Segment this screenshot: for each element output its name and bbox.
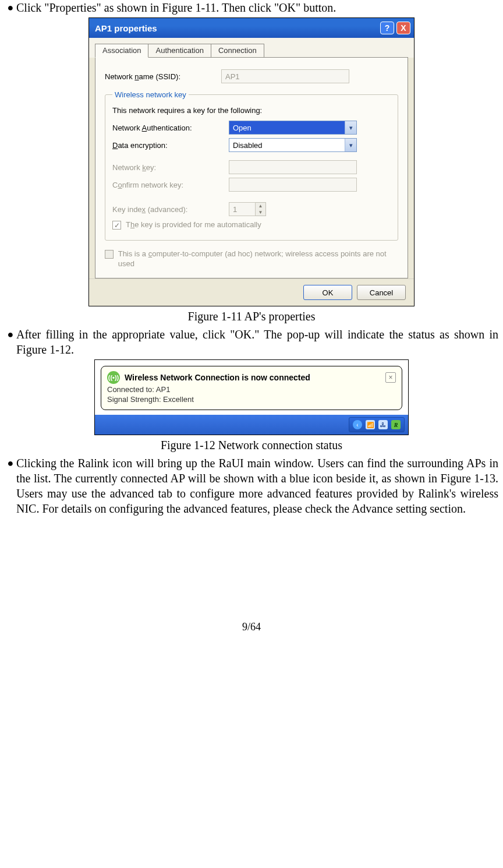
instruction-text-2: After filling in the appropriate value, … — [16, 327, 498, 357]
bullet-icon: ● — [5, 327, 16, 342]
key-index-spinner: ▲▼ — [256, 202, 266, 216]
network-key-label: Network key: — [112, 163, 229, 172]
tray-back-icon[interactable]: ‹ — [353, 420, 362, 429]
dialog-title: AP1 properties — [95, 23, 378, 33]
encryption-select[interactable]: Disabled ▾ — [229, 138, 357, 152]
wireless-icon: ((•)) — [107, 371, 120, 384]
adhoc-checkbox — [105, 250, 114, 259]
tab-authentication[interactable]: Authentication — [148, 44, 211, 58]
instruction-text-3: Clicking the Ralink icon will bring up t… — [16, 456, 498, 516]
help-button[interactable]: ? — [380, 22, 394, 34]
chevron-down-icon[interactable]: ▾ — [345, 139, 356, 151]
bullet-icon: ● — [5, 456, 16, 471]
instruction-text-1: Click "Properties" as shown in Figure 1-… — [16, 0, 498, 15]
balloon-line-1: Connected to: AP1 — [107, 385, 396, 394]
taskbar: ‹ 📶 🖧 R — [95, 415, 408, 435]
bullet-icon: ● — [5, 0, 16, 15]
balloon-line-2: Signal Strength: Excellent — [107, 395, 396, 404]
tray-network-icon[interactable]: 🖧 — [378, 420, 388, 429]
key-index-label: Key index (advanced): — [112, 205, 229, 214]
confirm-key-input — [229, 178, 357, 192]
ssid-label: Network name (SSID): — [105, 72, 221, 81]
close-button[interactable]: X — [396, 22, 410, 34]
encryption-label: Data encryption: — [112, 141, 229, 150]
tab-connection[interactable]: Connection — [211, 44, 264, 58]
figure-caption-1: Figure 1-11 AP's properties — [5, 310, 498, 323]
auto-key-checkbox: ✓ — [112, 221, 121, 230]
ok-button[interactable]: OK — [303, 285, 352, 300]
wireless-key-group: Wireless network key This network requir… — [105, 90, 398, 241]
key-index-input: 1 — [229, 202, 256, 216]
properties-dialog: AP1 properties ? X Association Authentic… — [88, 17, 415, 306]
group-description: This network requires a key for the foll… — [112, 106, 391, 115]
cancel-button[interactable]: Cancel — [357, 285, 406, 300]
figure-caption-2: Figure 1-12 Network connection status — [5, 439, 498, 452]
ssid-input[interactable]: AP1 — [221, 69, 349, 83]
tab-association[interactable]: Association — [95, 44, 148, 58]
network-key-input — [229, 160, 357, 174]
chevron-down-icon[interactable]: ▾ — [345, 121, 356, 134]
page-number: 9/64 — [5, 621, 498, 639]
balloon-close-icon[interactable]: × — [385, 372, 396, 383]
tray-ralink-icon[interactable]: R — [391, 420, 401, 429]
dialog-titlebar[interactable]: AP1 properties ? X — [89, 18, 414, 38]
auth-label: Network Authentication: — [112, 124, 229, 132]
auth-select[interactable]: Open ▾ — [229, 121, 357, 135]
tray-wifi-icon[interactable]: 📶 — [366, 420, 375, 429]
confirm-key-label: Confirm network key: — [112, 181, 229, 189]
balloon-title: Wireless Network Connection is now conne… — [125, 373, 310, 382]
balloon-tooltip[interactable]: ((•)) Wireless Network Connection is now… — [101, 366, 402, 410]
group-legend: Wireless network key — [112, 90, 189, 99]
auto-key-checkbox-row: ✓ The key is provided for me automatical… — [112, 220, 391, 230]
system-tray[interactable]: ‹ 📶 🖧 R — [349, 417, 405, 432]
adhoc-checkbox-row: This is a computer-to-computer (ad hoc) … — [105, 249, 398, 269]
notification-figure: ((•)) Wireless Network Connection is now… — [94, 359, 409, 435]
